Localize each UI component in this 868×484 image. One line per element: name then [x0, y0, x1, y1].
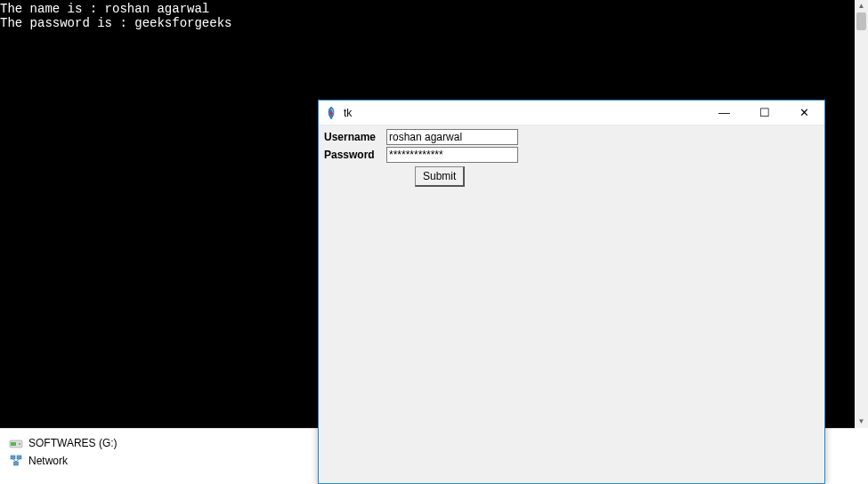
titlebar[interactable]: tk — ☐ ✕: [319, 101, 824, 125]
password-label: Password: [324, 149, 386, 161]
username-label: Username: [324, 131, 386, 143]
terminal-scrollbar[interactable]: ▲ ▼: [855, 0, 868, 428]
scroll-thumb[interactable]: [856, 12, 866, 30]
terminal-output-line: The password is : geeksforgeeks: [0, 16, 855, 30]
maximize-button[interactable]: ☐: [744, 101, 784, 125]
scroll-up-button[interactable]: ▲: [855, 0, 868, 12]
tk-dialog-window: tk — ☐ ✕ Username Password Submit: [318, 100, 825, 484]
svg-rect-5: [14, 462, 19, 465]
password-row: Password: [324, 147, 819, 163]
svg-point-8: [330, 111, 333, 115]
scroll-down-button[interactable]: ▼: [855, 415, 868, 428]
terminal-output-line: The name is : roshan agarwal: [0, 2, 855, 16]
password-input[interactable]: [386, 147, 518, 163]
window-controls: — ☐ ✕: [704, 101, 824, 125]
username-input[interactable]: [386, 129, 518, 145]
form-content: Username Password Submit: [319, 125, 824, 190]
drive-icon: [9, 437, 23, 449]
submit-button[interactable]: Submit: [415, 166, 465, 187]
network-label: Network: [28, 455, 68, 467]
window-title: tk: [344, 107, 704, 119]
svg-rect-1: [11, 442, 16, 446]
submit-row: Submit: [324, 166, 819, 187]
minimize-button[interactable]: —: [704, 101, 744, 125]
network-icon: [9, 455, 23, 467]
close-button[interactable]: ✕: [784, 101, 824, 125]
svg-line-6: [13, 459, 17, 462]
svg-rect-4: [17, 456, 21, 459]
username-row: Username: [324, 129, 819, 145]
tk-app-icon: [324, 106, 338, 120]
svg-point-2: [19, 443, 20, 445]
svg-line-7: [16, 459, 20, 462]
svg-rect-3: [11, 456, 15, 459]
drive-label: SOFTWARES (G:): [28, 437, 118, 449]
